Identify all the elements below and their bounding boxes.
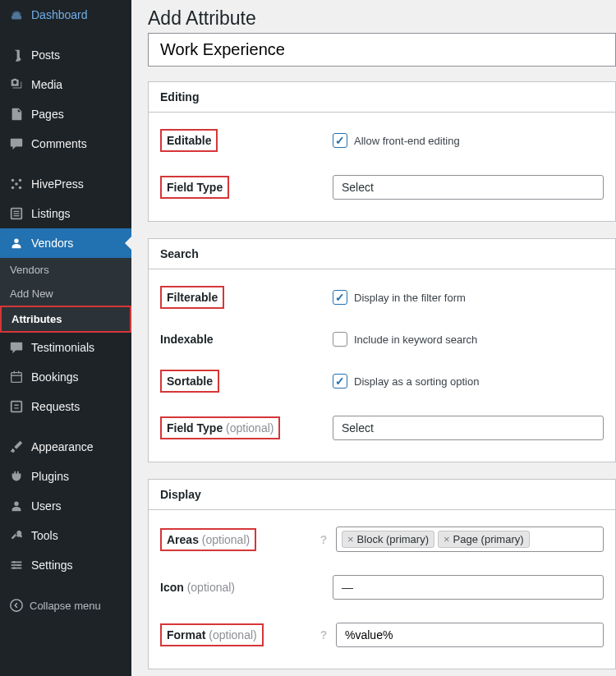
sidebar-item-vendors[interactable]: Vendors	[0, 228, 131, 258]
sidebar-item-requests[interactable]: Requests	[0, 392, 131, 421]
calendar-icon	[8, 369, 25, 385]
sortable-checkbox-label: Display as a sorting option	[354, 375, 479, 388]
main-content: Add Attribute Editing Editable Allow fro…	[131, 0, 616, 676]
svg-rect-15	[11, 564, 22, 566]
tag-block-primary[interactable]: ×Block (primary)	[342, 531, 434, 548]
svg-point-3	[19, 186, 22, 190]
sidebar-item-label: HivePress	[31, 177, 84, 191]
sidebar-item-label: Users	[31, 499, 62, 513]
editing-panel: Editing Editable Allow front-end editing…	[148, 81, 616, 222]
sortable-row: Sortable Display as a sorting option	[160, 358, 604, 404]
sidebar-item-media[interactable]: Media	[0, 70, 131, 99]
editable-checkbox[interactable]	[333, 133, 347, 148]
sidebar-item-posts[interactable]: Posts	[0, 40, 131, 70]
editable-label: Editable	[160, 129, 218, 152]
areas-label: Areas (optional)	[160, 528, 256, 551]
user-icon	[8, 498, 25, 514]
plugin-icon	[8, 468, 25, 485]
sidebar-item-testimonials[interactable]: Testimonials	[0, 333, 131, 362]
settings-icon	[8, 557, 25, 573]
indexable-row: Indexable Include in keyword search	[160, 320, 604, 358]
search-heading: Search	[149, 239, 615, 269]
sidebar-item-label: Dashboard	[31, 8, 88, 21]
sortable-checkbox[interactable]	[333, 374, 347, 389]
svg-rect-14	[11, 562, 22, 563]
editing-field-type-select[interactable]: Select	[333, 175, 604, 200]
sidebar-item-plugins[interactable]: Plugins	[0, 462, 131, 491]
sidebar-item-tools[interactable]: Tools	[0, 521, 131, 550]
admin-sidebar: Dashboard Posts Media Pages Comments Hiv…	[0, 0, 131, 676]
display-panel: Display Areas (optional) ? ×Block (prima…	[148, 479, 616, 669]
svg-point-4	[15, 182, 18, 186]
comments-icon	[8, 136, 25, 152]
editing-field-type-label: Field Type	[160, 176, 229, 199]
sidebar-item-label: Media	[31, 78, 62, 91]
filterable-checkbox-label: Display in the filter form	[354, 292, 466, 304]
sidebar-item-label: Appearance	[31, 440, 94, 453]
icon-select[interactable]: —	[333, 575, 604, 600]
editing-field-type-row: Field Type Select	[160, 163, 604, 211]
sidebar-item-appearance[interactable]: Appearance	[0, 432, 131, 462]
sidebar-item-label: Posts	[31, 48, 60, 62]
sidebar-item-label: Pages	[31, 108, 64, 121]
brush-icon	[8, 439, 25, 455]
areas-row: Areas (optional) ? ×Block (primary) ×Pag…	[160, 515, 604, 563]
media-icon	[8, 76, 25, 93]
filterable-row: Filterable Display in the filter form	[160, 274, 604, 320]
pages-icon	[8, 106, 25, 122]
svg-point-17	[13, 561, 16, 563]
filterable-label: Filterable	[160, 286, 224, 309]
sidebar-item-hivepress[interactable]: HivePress	[0, 169, 131, 199]
sidebar-item-bookings[interactable]: Bookings	[0, 362, 131, 392]
areas-tag-field[interactable]: ×Block (primary) ×Page (primary)	[336, 527, 604, 552]
sidebar-item-users[interactable]: Users	[0, 491, 131, 521]
indexable-checkbox-label: Include in keyword search	[354, 333, 477, 346]
hivepress-icon	[8, 176, 25, 192]
help-icon[interactable]: ?	[316, 532, 331, 547]
format-label: Format (optional)	[160, 623, 264, 646]
sidebar-item-settings[interactable]: Settings	[0, 550, 131, 580]
sortable-label: Sortable	[160, 370, 219, 393]
sidebar-item-label: Requests	[31, 400, 80, 413]
requests-icon	[8, 398, 25, 415]
svg-rect-16	[11, 568, 22, 569]
search-field-type-label: Field Type (optional)	[160, 416, 280, 439]
testimonials-icon	[8, 339, 25, 356]
svg-point-1	[19, 179, 22, 182]
svg-point-18	[17, 564, 20, 567]
svg-point-19	[13, 567, 16, 569]
format-input[interactable]	[336, 623, 604, 647]
editable-row: Editable Allow front-end editing	[160, 117, 604, 163]
collapse-label: Collapse menu	[30, 600, 101, 612]
icon-row: Icon (optional) —	[160, 563, 604, 611]
attribute-name-input[interactable]	[148, 33, 616, 67]
sidebar-item-dashboard[interactable]: Dashboard	[0, 0, 131, 30]
sidebar-item-comments[interactable]: Comments	[0, 129, 131, 159]
dashboard-icon	[8, 7, 25, 23]
svg-rect-9	[11, 373, 22, 383]
sidebar-item-label: Listings	[31, 207, 70, 220]
collapse-menu[interactable]: Collapse menu	[0, 591, 131, 620]
wrench-icon	[8, 527, 25, 544]
submenu-attributes[interactable]: Attributes	[0, 306, 131, 333]
svg-rect-13	[11, 402, 22, 412]
sidebar-item-listings[interactable]: Listings	[0, 199, 131, 228]
icon-label: Icon (optional)	[160, 581, 235, 594]
submenu-vendors[interactable]: Vendors	[0, 258, 131, 282]
svg-point-20	[11, 600, 22, 611]
listings-icon	[8, 205, 25, 222]
help-icon[interactable]: ?	[316, 628, 331, 642]
tag-page-primary[interactable]: ×Page (primary)	[438, 531, 530, 548]
filterable-checkbox[interactable]	[333, 290, 347, 305]
indexable-checkbox[interactable]	[333, 332, 347, 347]
sidebar-item-label: Plugins	[31, 470, 69, 483]
display-heading: Display	[149, 480, 615, 510]
search-field-type-select[interactable]: Select	[333, 416, 604, 440]
svg-point-2	[11, 186, 15, 190]
submenu-add-new[interactable]: Add New	[0, 282, 131, 306]
vendors-submenu: Vendors Add New Attributes	[0, 258, 131, 333]
editing-heading: Editing	[149, 82, 615, 113]
sidebar-item-pages[interactable]: Pages	[0, 99, 131, 129]
sidebar-item-label: Settings	[31, 559, 73, 572]
page-title: Add Attribute	[148, 0, 616, 33]
